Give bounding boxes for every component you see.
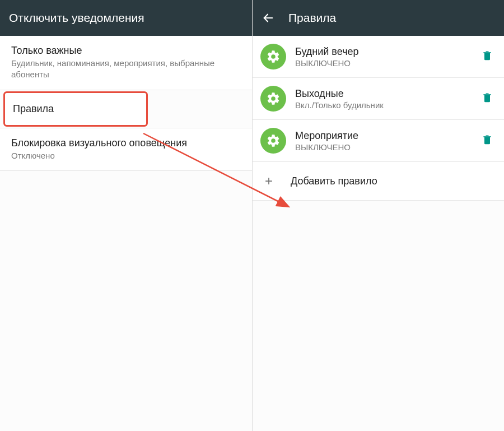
rule-subtitle: ВЫКЛЮЧЕНО xyxy=(295,142,473,152)
left-screen: Отключить уведомления Только важные Буди… xyxy=(0,0,252,431)
trash-icon[interactable] xyxy=(482,91,493,106)
item-title: Блокировка визуального оповещения xyxy=(11,137,241,149)
gear-icon xyxy=(260,128,286,154)
rule-event[interactable]: Мероприятие ВЫКЛЮЧЕНО xyxy=(253,120,504,162)
right-screen: Правила Будний вечер ВЫКЛЮЧЕНО Выход xyxy=(252,0,504,431)
add-rule-button[interactable]: + Добавить правило xyxy=(253,162,504,201)
rule-weekend[interactable]: Выходные Вкл./Только будильник xyxy=(253,78,504,120)
item-only-important[interactable]: Только важные Будильник, напоминания, ме… xyxy=(0,36,252,90)
right-appbar: Правила xyxy=(253,0,504,36)
back-icon[interactable] xyxy=(262,11,275,25)
gear-icon xyxy=(260,86,286,112)
rule-subtitle: ВЫКЛЮЧЕНО xyxy=(295,58,473,68)
rule-title: Выходные xyxy=(295,88,473,100)
gear-icon xyxy=(260,44,286,69)
trash-icon[interactable] xyxy=(482,49,493,64)
plus-icon: + xyxy=(265,173,273,189)
add-rule-label: Добавить правило xyxy=(291,175,377,187)
rule-text: Будний вечер ВЫКЛЮЧЕНО xyxy=(295,46,473,68)
left-appbar: Отключить уведомления xyxy=(0,0,252,36)
right-title: Правила xyxy=(288,11,336,25)
item-rules-highlighted[interactable]: Правила xyxy=(3,91,148,127)
rule-title: Мероприятие xyxy=(295,130,473,142)
rule-text: Мероприятие ВЫКЛЮЧЕНО xyxy=(295,130,473,152)
rule-title: Будний вечер xyxy=(295,46,473,58)
trash-icon[interactable] xyxy=(482,133,493,148)
rule-weekday-evening[interactable]: Будний вечер ВЫКЛЮЧЕНО xyxy=(253,36,504,78)
item-title: Правила xyxy=(13,103,138,115)
item-title: Только важные xyxy=(11,45,241,57)
item-visual-block[interactable]: Блокировка визуального оповещения Отключ… xyxy=(0,128,252,171)
item-subtitle: Будильник, напоминания, мероприятия, выб… xyxy=(11,58,241,81)
left-title: Отключить уведомления xyxy=(9,11,144,25)
rule-text: Выходные Вкл./Только будильник xyxy=(295,88,473,110)
item-subtitle: Отключено xyxy=(11,150,241,161)
rule-subtitle: Вкл./Только будильник xyxy=(295,100,473,110)
